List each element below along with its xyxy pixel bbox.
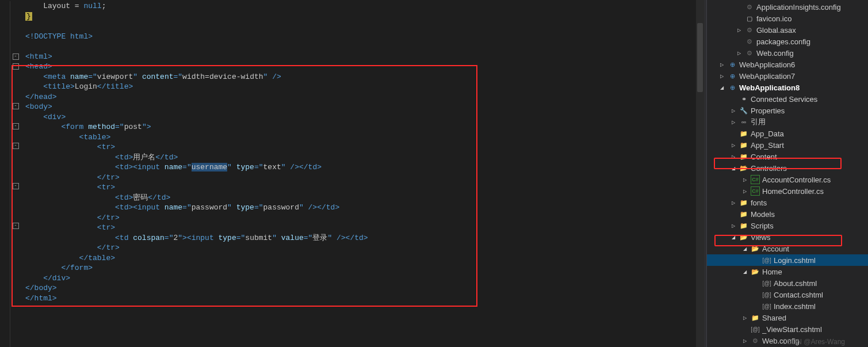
fold-icon[interactable]: -: [13, 103, 19, 109]
expand-arrow-icon[interactable]: ▷: [730, 142, 737, 148]
tree-item[interactable]: ▷📁fonts: [707, 197, 868, 208]
tree-item[interactable]: 📁Models: [707, 208, 868, 220]
fold-icon[interactable]: -: [13, 143, 19, 149]
folder-icon: 📁: [751, 313, 760, 322]
folder-icon: 📁: [739, 221, 748, 230]
expand-arrow-icon[interactable]: ▷: [736, 26, 743, 33]
cshtml-file-icon: [@]: [762, 290, 771, 299]
editor-scrollbar[interactable]: [696, 0, 704, 347]
fold-icon[interactable]: -: [13, 223, 19, 229]
references-icon: ▫▫: [739, 117, 748, 127]
tree-item[interactable]: ▷📁Content: [707, 151, 868, 162]
tree-item[interactable]: ⚭Connected Services: [707, 93, 868, 105]
folder-open-icon: 📂: [751, 267, 760, 276]
config-file-icon: ⚙: [751, 336, 760, 345]
collapse-arrow-icon[interactable]: ◢: [730, 234, 737, 241]
folder-open-icon: 📂: [751, 244, 760, 253]
tree-item[interactable]: [@]Contact.cshtml: [707, 289, 868, 300]
cshtml-file-icon: [@]: [751, 325, 760, 334]
expand-arrow-icon[interactable]: ▷: [718, 61, 725, 68]
tree-item[interactable]: ◢📂Home: [707, 266, 868, 277]
expand-arrow-icon[interactable]: ▷: [730, 107, 737, 114]
tree-item[interactable]: ⚙ApplicationInsights.config: [707, 1, 868, 13]
wrench-icon: 🔧: [739, 106, 748, 115]
expand-arrow-icon[interactable]: ▷: [730, 222, 737, 229]
config-file-icon: ⚙: [745, 25, 754, 35]
tree-item[interactable]: ▷🔧Properties: [707, 105, 868, 116]
collapse-arrow-icon[interactable]: ◢: [741, 268, 748, 275]
tree-item[interactable]: ▢favicon.ico: [707, 13, 868, 24]
tree-item[interactable]: ▷⚙Global.asax: [707, 24, 868, 36]
csharp-file-icon: C#: [751, 175, 760, 184]
cshtml-file-icon: [@]: [762, 256, 771, 265]
tree-item[interactable]: ◢📂Account: [707, 243, 868, 254]
fold-icon[interactable]: -: [13, 54, 19, 60]
watermark: CSDN @Ares-Wang: [782, 338, 845, 346]
tree-item[interactable]: ◢📂Views: [707, 231, 868, 243]
fold-icon[interactable]: -: [13, 63, 19, 70]
tree-item[interactable]: ▷⚙Web.config: [707, 47, 868, 59]
fold-margin: - - - - - - -: [10, 1, 21, 347]
tree-item[interactable]: ▷📁App_Start: [707, 139, 868, 151]
solution-explorer[interactable]: ⚙ApplicationInsights.config ▢favicon.ico…: [707, 0, 868, 347]
tree-item[interactable]: ▷⊕WebApplication6: [707, 59, 868, 70]
tree-item[interactable]: ▷📁Scripts: [707, 220, 868, 231]
config-file-icon: ⚙: [745, 37, 754, 46]
tree-item[interactable]: ◢📂Controllers: [707, 162, 868, 174]
tree-item[interactable]: ▷▫▫引用: [707, 116, 868, 128]
project-icon: ⊕: [728, 60, 737, 69]
connected-services-icon: ⚭: [739, 94, 748, 104]
tree-item[interactable]: ▷C#HomeController.cs: [707, 185, 868, 197]
tree-item[interactable]: ◢⊕WebApplication8: [707, 82, 868, 93]
scrollbar-thumb[interactable]: [697, 23, 703, 92]
fold-icon[interactable]: -: [13, 183, 19, 189]
expand-arrow-icon[interactable]: ▷: [741, 176, 748, 183]
expand-arrow-icon[interactable]: ▷: [741, 314, 748, 321]
expand-arrow-icon[interactable]: ▷: [741, 337, 748, 344]
tree-item[interactable]: ▷⊕WebApplication7: [707, 70, 868, 82]
expand-arrow-icon[interactable]: ▷: [741, 188, 748, 195]
config-file-icon: ⚙: [745, 2, 754, 12]
tree-item[interactable]: 📁App_Data: [707, 128, 868, 139]
folder-icon: 📁: [739, 198, 748, 207]
config-file-icon: ⚙: [745, 48, 754, 58]
project-icon: ⊕: [728, 71, 737, 81]
expand-arrow-icon[interactable]: ▷: [718, 73, 725, 79]
folder-icon: 📁: [739, 152, 748, 161]
expand-arrow-icon[interactable]: ▷: [730, 199, 737, 206]
expand-arrow-icon[interactable]: ▷: [736, 49, 743, 56]
expand-arrow-icon[interactable]: ▷: [730, 153, 737, 160]
folder-open-icon: 📂: [739, 163, 748, 173]
tree-item[interactable]: ▷📁Shared: [707, 312, 868, 323]
editor-content[interactable]: Layout = null; } <!DOCTYPE html> <html> …: [21, 1, 704, 347]
tree-item-login-cshtml[interactable]: [@]Login.cshtml: [707, 254, 868, 266]
tree-item[interactable]: [@]About.cshtml: [707, 277, 868, 289]
folder-icon: 📁: [739, 140, 748, 150]
tree-item[interactable]: ⚙packages.config: [707, 36, 868, 47]
collapse-arrow-icon[interactable]: ◢: [718, 84, 725, 91]
cshtml-file-icon: [@]: [762, 302, 771, 311]
csharp-file-icon: C#: [751, 186, 760, 196]
tree-item[interactable]: [@]Index.cshtml: [707, 300, 868, 312]
folder-icon: 📁: [739, 129, 748, 138]
project-icon: ⊕: [728, 83, 737, 92]
tree-item-account-controller[interactable]: ▷C#AccountController.cs: [707, 174, 868, 185]
collapse-arrow-icon[interactable]: ◢: [730, 165, 737, 171]
code-editor[interactable]: - - - - - - - Layout = null; } <!DOCTYPE…: [0, 0, 704, 347]
cshtml-file-icon: [@]: [762, 279, 771, 288]
tree-item[interactable]: [@]_ViewStart.cshtml: [707, 323, 868, 335]
folder-open-icon: 📂: [739, 232, 748, 242]
fold-icon[interactable]: -: [13, 123, 19, 129]
file-icon: ▢: [745, 14, 754, 23]
razor-close-brace: }: [25, 12, 32, 21]
expand-arrow-icon[interactable]: ▷: [730, 119, 737, 125]
collapse-arrow-icon[interactable]: ◢: [741, 245, 748, 252]
folder-icon: 📁: [739, 209, 748, 219]
editor-gutter: [0, 1, 10, 347]
